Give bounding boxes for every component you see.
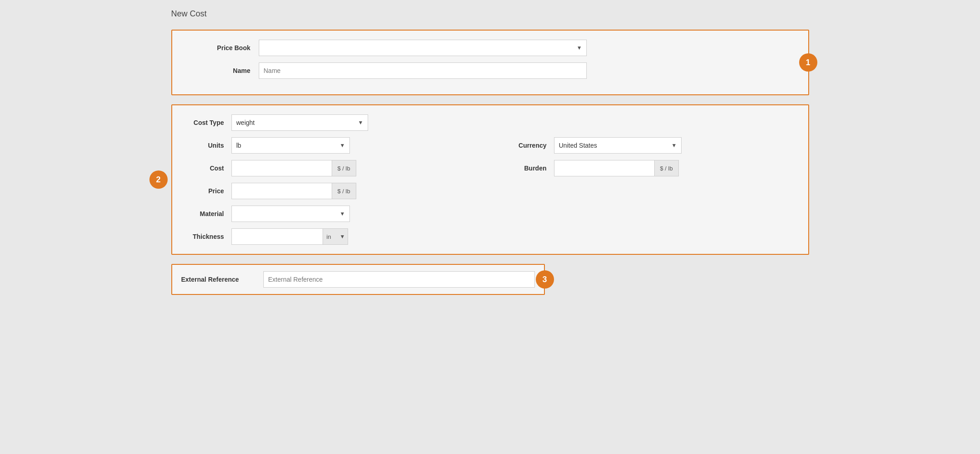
burden-input[interactable]: 0 xyxy=(554,160,654,176)
units-row: Units lb kg oz ▼ xyxy=(186,137,477,154)
units-select-wrapper: lb kg oz ▼ xyxy=(231,137,350,154)
cost-input[interactable]: 0 xyxy=(231,160,332,176)
external-reference-input[interactable] xyxy=(263,271,535,288)
cost-label: Cost xyxy=(186,165,231,172)
material-label: Material xyxy=(186,210,231,217)
external-reference-label: External Reference xyxy=(181,276,263,283)
material-select[interactable] xyxy=(231,206,350,222)
material-select-wrapper: ▼ xyxy=(231,206,350,222)
section-external-reference: External Reference 3 xyxy=(171,264,545,295)
name-input[interactable] xyxy=(259,62,587,79)
thickness-unit-select[interactable]: in mm cm xyxy=(323,228,348,245)
name-label: Name xyxy=(186,67,259,74)
badge-2: 2 xyxy=(149,170,168,189)
thickness-input-group: 0 in mm cm ▼ xyxy=(231,228,348,245)
section-cost-type: 2 Cost Type weight flat per unit ▼ Units xyxy=(171,104,809,255)
section-price-book: Price Book ▼ Name 1 xyxy=(171,30,809,95)
section2-columns: Units lb kg oz ▼ Cost 0 $ xyxy=(186,137,795,245)
burden-unit-label: $ / lb xyxy=(654,160,679,176)
cost-unit-label: $ / lb xyxy=(332,160,356,176)
price-row: Price 0 $ / lb xyxy=(186,183,477,199)
price-unit-label: $ / lb xyxy=(332,183,356,199)
currency-row: Currency United States EUR GBP ▼ xyxy=(504,137,795,154)
burden-label: Burden xyxy=(504,165,554,172)
currency-select-wrapper: United States EUR GBP ▼ xyxy=(554,137,682,154)
price-input[interactable]: 0 xyxy=(231,183,332,199)
burden-input-group: 0 $ / lb xyxy=(554,160,679,176)
material-row: Material ▼ xyxy=(186,206,477,222)
cost-row: Cost 0 $ / lb xyxy=(186,160,477,176)
price-book-select-wrapper: ▼ xyxy=(259,40,587,56)
currency-select[interactable]: United States EUR GBP xyxy=(554,137,682,154)
badge-3: 3 xyxy=(536,270,554,289)
cost-type-row: Cost Type weight flat per unit ▼ xyxy=(186,114,795,131)
units-select[interactable]: lb kg oz xyxy=(231,137,350,154)
badge-1: 1 xyxy=(799,53,817,72)
cost-type-label: Cost Type xyxy=(186,119,231,126)
price-label: Price xyxy=(186,187,231,195)
currency-label: Currency xyxy=(504,142,554,149)
thickness-input[interactable]: 0 xyxy=(231,228,323,245)
cost-type-select[interactable]: weight flat per unit xyxy=(231,114,368,131)
price-book-label: Price Book xyxy=(186,44,259,52)
thickness-unit-wrapper: in mm cm ▼ xyxy=(323,228,348,245)
units-label: Units xyxy=(186,142,231,149)
cost-input-group: 0 $ / lb xyxy=(231,160,356,176)
price-book-select[interactable] xyxy=(259,40,587,56)
thickness-label: Thickness xyxy=(186,233,231,240)
thickness-row: Thickness 0 in mm cm ▼ xyxy=(186,228,477,245)
section2-right: Currency United States EUR GBP ▼ Burden xyxy=(504,137,795,245)
name-row: Name xyxy=(186,62,795,79)
price-book-row: Price Book ▼ xyxy=(186,40,795,56)
page-title: New Cost xyxy=(171,9,809,19)
section2-left: Units lb kg oz ▼ Cost 0 $ xyxy=(186,137,477,245)
price-input-group: 0 $ / lb xyxy=(231,183,356,199)
burden-row: Burden 0 $ / lb xyxy=(504,160,795,176)
cost-type-select-wrapper: weight flat per unit ▼ xyxy=(231,114,368,131)
